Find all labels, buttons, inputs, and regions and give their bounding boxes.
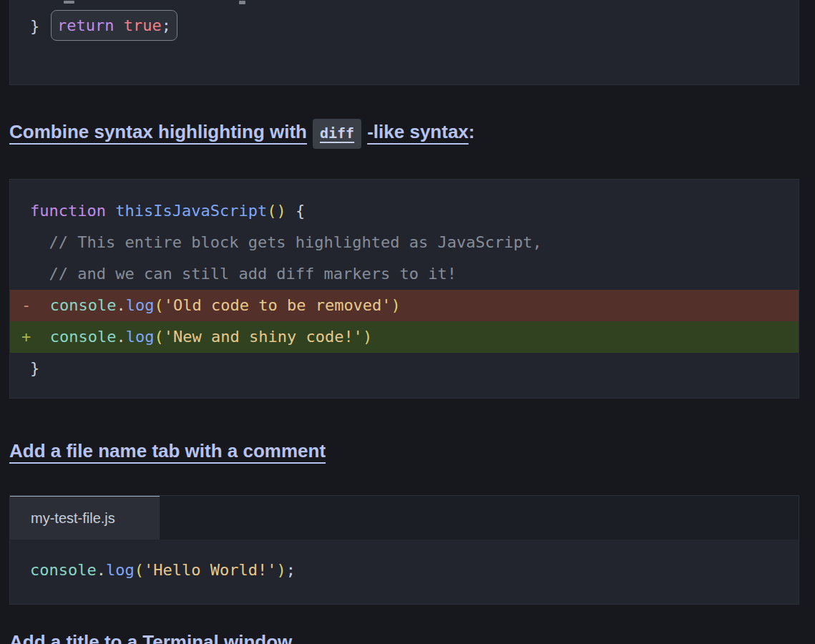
code-line: } <box>10 353 799 384</box>
code-token-punctuation: } <box>30 359 39 377</box>
code-token-object-name: console <box>50 296 117 314</box>
code-line: // and we can still add diff markers to … <box>10 258 799 290</box>
heading-text: Add a file name tab with a comment <box>9 437 326 464</box>
code-block-diff-example: function thisIsJavaScript() { // This en… <box>9 179 799 399</box>
diff-added-line: + console.log('New and shiny code!') <box>10 321 799 353</box>
code-token-function-name: log <box>126 296 155 314</box>
heading-colon: : <box>469 118 475 145</box>
diff-plus-marker: + <box>21 328 31 346</box>
code-token-punctuation: . <box>116 296 125 314</box>
code-token-object-name: console <box>30 561 97 579</box>
heading-text: Combine syntax highlighting with <box>9 118 307 145</box>
file-name-tab-label: my-test-file.js <box>31 510 115 527</box>
code-token-punctuation: ; <box>286 561 296 579</box>
inline-code-diff: diff <box>313 119 361 149</box>
code-token-paren: ( <box>135 561 144 579</box>
heading-link-diff-syntax[interactable]: Combine syntax highlighting with diff -l… <box>9 118 474 149</box>
heading-text: Add a title to a Terminal window <box>9 628 292 644</box>
code-token-comment: // and we can still add diff markers to … <box>30 265 457 283</box>
code-token-plain <box>31 328 50 346</box>
code-line: console.log('Hello World!'); <box>10 555 799 586</box>
clipped-text-fragment <box>239 1 245 4</box>
code-token-plain <box>286 202 296 220</box>
code-token-function-name: thisIsJavaScript <box>115 202 267 220</box>
code-token-function-name: log <box>126 328 155 346</box>
code-token-paren: ) <box>391 296 401 314</box>
code-token-paren: ) <box>276 561 286 579</box>
code-lines: } <box>10 11 799 42</box>
code-block-file-tab-example: my-test-file.js console.log('Hello World… <box>9 495 799 605</box>
diff-removed-line: - console.log('Old code to be removed') <box>10 290 799 321</box>
diff-minus-marker: - <box>21 296 31 314</box>
code-token-punctuation: } <box>30 17 39 35</box>
code-token-object-name: console <box>50 328 117 346</box>
heading-link-file-name-tab[interactable]: Add a file name tab with a comment <box>9 437 326 464</box>
code-token-plain <box>31 296 50 314</box>
code-token-string: 'New and shiny code!' <box>164 328 363 346</box>
code-token-plain <box>106 202 115 220</box>
code-token-function-name: log <box>106 561 135 579</box>
code-token-paren: () <box>267 202 286 220</box>
clipped-text-fragment <box>64 1 74 4</box>
code-token-string: 'Hello World!' <box>144 561 276 579</box>
code-token-punctuation: { <box>296 202 305 220</box>
code-line: // This entire block gets highlighted as… <box>10 227 799 258</box>
code-token-comment: // This entire block gets highlighted as… <box>30 233 542 251</box>
code-frame-header: my-test-file.js <box>10 496 799 540</box>
code-block-marked-example: return true; } <box>9 0 799 85</box>
code-line: } <box>10 11 799 42</box>
code-token-punctuation: . <box>97 561 106 579</box>
code-line: function thisIsJavaScript() { <box>10 195 799 227</box>
code-token-paren: ( <box>154 328 163 346</box>
code-token-paren: ( <box>154 296 163 314</box>
code-lines: console.log('Hello World!'); <box>10 540 799 586</box>
code-token-punctuation: . <box>116 328 125 346</box>
code-token-string: 'Old code to be removed' <box>164 296 391 314</box>
code-token-keyword: function <box>30 202 106 220</box>
file-name-tab: my-test-file.js <box>9 495 160 540</box>
heading-link-terminal-title[interactable]: Add a title to a Terminal window <box>9 628 292 644</box>
code-token-paren: ) <box>363 328 372 346</box>
heading-text: -like syntax <box>367 118 469 145</box>
